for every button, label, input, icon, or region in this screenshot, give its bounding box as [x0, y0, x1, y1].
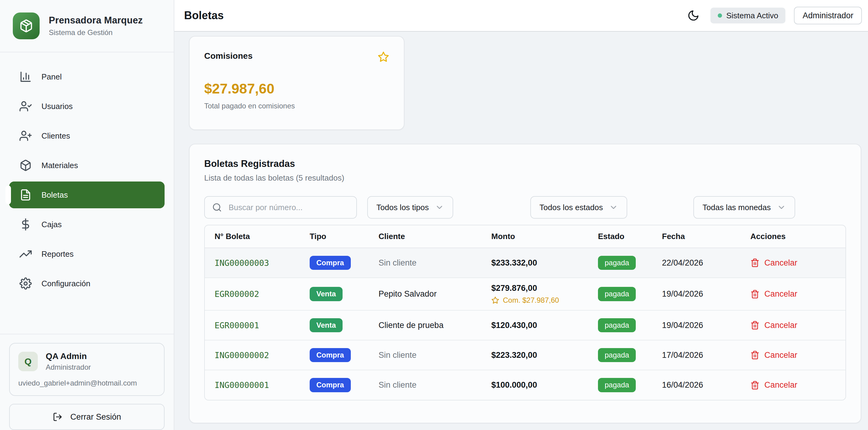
cliente-cell: Pepito Salvador: [369, 278, 482, 310]
sidebar-nav: Panel Usuarios Clientes Materiales Bolet…: [0, 53, 174, 334]
bar-chart-icon: [20, 71, 32, 83]
tipo-filter-value: Todos los tipos: [376, 203, 429, 212]
column-header: Tipo: [300, 225, 369, 248]
user-check-icon: [20, 100, 32, 112]
commission-note: Com. $27.987,60: [491, 296, 588, 304]
search-input[interactable]: [204, 196, 357, 219]
brand: Prensadora Marquez Sistema de Gestión: [0, 0, 174, 53]
boletas-card: Boletas Registradas Lista de todas las b…: [189, 144, 861, 423]
moneda-filter-value: Todas las monedas: [703, 203, 771, 212]
trash-icon: [750, 290, 760, 299]
sidebar: Prensadora Marquez Sistema de Gestión Pa…: [0, 0, 174, 430]
logout-label: Cerrar Sesión: [70, 412, 121, 422]
stat-card-caption: Total pagado en comisiones: [204, 102, 389, 110]
tipo-filter-select[interactable]: Todos los tipos: [367, 196, 453, 219]
tipo-badge: Compra: [310, 256, 351, 270]
star-icon: [378, 51, 389, 63]
cancel-label: Cancelar: [764, 258, 797, 268]
sidebar-item-boletas[interactable]: Boletas: [9, 181, 164, 208]
commission-label: Com. $27.987,60: [503, 296, 559, 304]
user-email: uviedo_gabriel+admin@hotmail.com: [18, 379, 155, 387]
stat-card-amount: $27.987,60: [204, 80, 389, 97]
sidebar-item-label: Configuración: [41, 279, 90, 288]
fecha-cell: 17/04/2026: [652, 340, 741, 370]
cancel-label: Cancelar: [764, 289, 797, 299]
sidebar-item-label: Reportes: [41, 250, 74, 259]
trash-icon: [750, 381, 760, 390]
chevron-down-icon: [435, 203, 444, 212]
theme-toggle-button[interactable]: [685, 7, 702, 24]
sidebar-item-reportes[interactable]: Reportes: [9, 240, 164, 267]
monto-cell: $223.320,00: [482, 340, 588, 370]
main: Boletas Sistema Activo Administrador Com…: [174, 0, 868, 430]
table-row: EGR000001 Venta Cliente de prueba $120.4…: [205, 310, 845, 340]
sidebar-item-label: Boletas: [41, 190, 68, 200]
moneda-filter-select[interactable]: Todas las monedas: [693, 196, 795, 219]
topbar: Boletas Sistema Activo Administrador: [174, 0, 868, 32]
boleta-number: EGR000001: [205, 310, 300, 340]
comisiones-card: Comisiones $27.987,60 Total pagado en co…: [189, 36, 404, 130]
trash-icon: [750, 351, 760, 360]
sidebar-item-label: Materiales: [41, 161, 78, 170]
sidebar-item-panel[interactable]: Panel: [9, 63, 164, 90]
monto-cell: $120.430,00: [482, 310, 588, 340]
chevron-down-icon: [777, 203, 786, 212]
sidebar-item-configuracion[interactable]: Configuración: [9, 270, 164, 297]
boletas-table: N° Boleta Tipo Cliente Monto Estado Fech…: [204, 225, 846, 400]
brand-logo: [13, 12, 40, 39]
user-name: QA Admin: [46, 352, 91, 361]
sidebar-item-materiales[interactable]: Materiales: [9, 152, 164, 179]
sidebar-item-cajas[interactable]: Cajas: [9, 211, 164, 238]
cancel-button[interactable]: Cancelar: [750, 351, 797, 360]
boleta-number: EGR000002: [205, 278, 300, 310]
monto-cell: $100.000,00: [482, 370, 588, 400]
cancel-button[interactable]: Cancelar: [750, 381, 797, 390]
brand-name: Prensadora Marquez: [49, 15, 143, 26]
tipo-badge: Compra: [310, 378, 351, 392]
estado-badge: pagada: [598, 287, 636, 301]
cliente-cell: Sin cliente: [369, 370, 482, 400]
estado-badge: pagada: [598, 348, 636, 362]
star-icon: [491, 296, 499, 304]
cancel-label: Cancelar: [764, 321, 797, 330]
status-badge: Sistema Activo: [710, 8, 786, 24]
trash-icon: [750, 321, 760, 330]
sidebar-item-usuarios[interactable]: Usuarios: [9, 93, 164, 120]
sidebar-item-label: Clientes: [41, 131, 70, 141]
package-icon: [20, 159, 32, 171]
status-dot: [718, 13, 722, 18]
filters-row: Todos los tipos Todos los estados Todas …: [204, 196, 846, 219]
boleta-number: ING00000003: [205, 248, 300, 278]
table-row: EGR000002 Venta Pepito Salvador $279.876…: [205, 278, 845, 310]
cancel-button[interactable]: Cancelar: [750, 321, 797, 330]
cancel-button[interactable]: Cancelar: [750, 289, 797, 299]
stat-card-title: Comisiones: [204, 51, 253, 61]
cancel-label: Cancelar: [764, 381, 797, 390]
avatar: Q: [18, 352, 38, 371]
sidebar-item-clientes[interactable]: Clientes: [9, 123, 164, 149]
fecha-cell: 19/04/2026: [652, 278, 741, 310]
panel-title: Boletas Registradas: [204, 158, 846, 169]
brand-subtitle: Sistema de Gestión: [49, 28, 143, 37]
sidebar-item-label: Panel: [41, 72, 62, 81]
role-button[interactable]: Administrador: [794, 7, 862, 24]
fecha-cell: 16/04/2026: [652, 370, 741, 400]
trending-up-icon: [20, 248, 32, 260]
table-row: ING00000002 Compra Sin cliente $223.320,…: [205, 340, 845, 370]
table-header-row: N° Boleta Tipo Cliente Monto Estado Fech…: [205, 225, 845, 248]
dollar-icon: [20, 218, 32, 231]
monto-cell: $233.332,00: [482, 248, 588, 278]
estado-badge: pagada: [598, 256, 636, 270]
sidebar-footer: Q QA Admin Administrador uviedo_gabriel+…: [0, 334, 174, 430]
tipo-badge: Venta: [310, 287, 343, 301]
cancel-button[interactable]: Cancelar: [750, 258, 797, 268]
content: Comisiones $27.987,60 Total pagado en co…: [174, 32, 868, 430]
estado-filter-select[interactable]: Todos los estados: [530, 196, 627, 219]
boleta-number: ING00000002: [205, 340, 300, 370]
logout-button[interactable]: Cerrar Sesión: [9, 404, 164, 430]
table-row: ING00000001 Compra Sin cliente $100.000,…: [205, 370, 845, 400]
estado-badge: pagada: [598, 318, 636, 333]
estado-badge: pagada: [598, 378, 636, 392]
user-role: Administrador: [46, 363, 91, 371]
column-header: Acciones: [741, 225, 845, 248]
